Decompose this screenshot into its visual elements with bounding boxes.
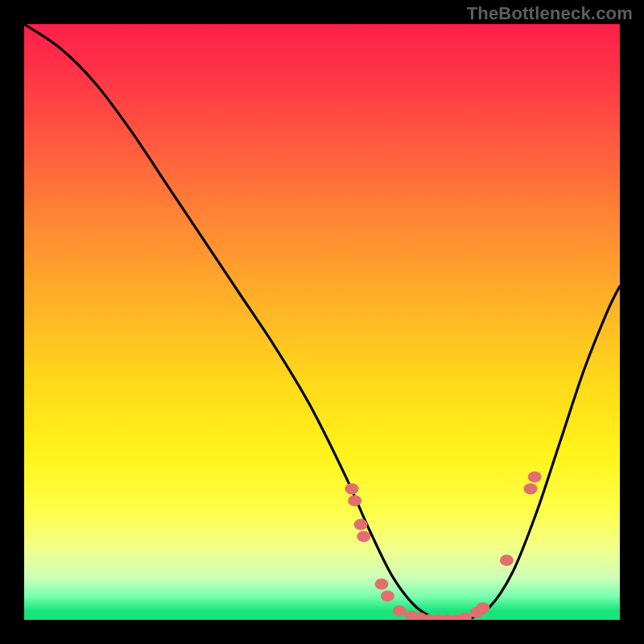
curve-marker	[354, 519, 368, 530]
curve-marker	[458, 613, 472, 620]
chart-frame: TheBottleneck.com	[0, 0, 644, 644]
curve-marker	[528, 471, 542, 482]
curve-layer	[24, 24, 620, 620]
curve-marker	[500, 555, 514, 566]
curve-marker	[476, 602, 489, 613]
watermark-text: TheBottleneck.com	[467, 3, 633, 24]
curve-marker	[524, 483, 538, 494]
plot-area	[24, 24, 620, 620]
curve-marker	[393, 605, 407, 617]
marker-group	[345, 471, 542, 620]
curve-marker	[357, 530, 370, 542]
curve-marker	[381, 590, 394, 601]
curve-marker	[348, 495, 361, 506]
bottleneck-curve	[24, 24, 620, 620]
curve-marker	[345, 483, 359, 494]
curve-marker	[375, 579, 389, 590]
